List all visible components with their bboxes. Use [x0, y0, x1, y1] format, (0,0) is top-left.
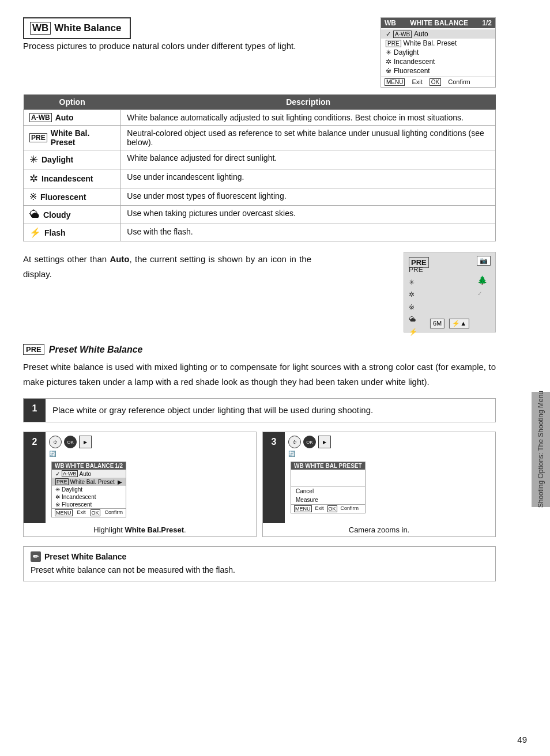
- menu-item-incandescent: ✲ Incandescent: [381, 57, 495, 66]
- s2-menu-key: MENU: [55, 509, 73, 516]
- table-row: A-WB Auto White balance automatically ad…: [24, 110, 496, 126]
- wb-title: White Balance: [54, 22, 121, 34]
- s3-ok-key: OK: [327, 505, 337, 512]
- step-2-menu-header: WB WHITE BALANCE 1/2: [52, 462, 126, 470]
- menu-header-label: WHITE BALANCE: [410, 19, 468, 27]
- table-row: 🌥 Cloudy Use when taking pictures under …: [24, 206, 496, 224]
- step-2-bold: White Bal.Preset: [125, 526, 184, 534]
- menu-item-fluorescent: ※ Fluorescent: [381, 66, 495, 75]
- camera-display-mockup: PRE 📷 PRE ✳ ✲ ※ 🌥 ⚡ 🌲 ✓ 6M ⚡▲: [404, 252, 496, 332]
- play-btn: ▶: [79, 436, 92, 448]
- option-cell-auto: A-WB Auto: [24, 110, 121, 126]
- cloudy-table-icon: 🌥: [29, 209, 40, 221]
- s2-incandescent-label: Incandescent: [62, 494, 96, 500]
- daylight-table-icon: ✳: [29, 153, 38, 166]
- s3-wb-icon: WB: [294, 463, 304, 469]
- preset-white-balance-section: PRE Preset White Balance Preset white ba…: [23, 344, 496, 389]
- options-table: Option Description A-WB Auto White balan…: [23, 94, 496, 241]
- exit-label: Exit: [412, 78, 422, 86]
- s3-menu-key: MENU: [294, 505, 312, 512]
- s3-self-timer-icon: ⏱: [288, 436, 301, 448]
- flash-label: Flash: [44, 228, 66, 237]
- s3-ok-btn: OK: [303, 436, 316, 448]
- fluorescent-label: Fluorescent: [40, 192, 86, 202]
- wb-intro: Process pictures to produce natural colo…: [23, 39, 296, 53]
- s2-wb-icon: WB: [55, 463, 65, 469]
- step-2-label: Highlight White Bal.Preset.: [24, 523, 256, 536]
- wb-header-section: WB White Balance Process pictures to pro…: [23, 17, 496, 88]
- confirm-label: Confirm: [448, 78, 470, 86]
- step-2-inner: 2 ⏱ OK ▶ 🔄 WB WHITE BALANCE 1/2: [24, 432, 256, 523]
- description-cell-preset: Neutral-colored object used as reference…: [121, 126, 496, 150]
- fluorescent-icon: ※: [386, 67, 391, 75]
- description-cell-daylight: White balance adjusted for direct sunlig…: [121, 150, 496, 169]
- s3-exit-label: Exit: [315, 505, 324, 512]
- ok-btn: OK: [64, 436, 77, 448]
- mid-text: At settings other than Auto, the current…: [23, 252, 311, 281]
- col-description-header: Description: [121, 94, 496, 110]
- mid-text-bold: Auto: [110, 254, 129, 264]
- s2-menu-footer: MENU Exit OK Confirm: [52, 508, 126, 517]
- s2-menu-auto: ✓ A-WB Auto: [52, 470, 126, 478]
- s2-menu-title: WHITE BALANCE: [65, 463, 114, 469]
- s2-auto-label: Auto: [80, 471, 92, 477]
- s2-arrow: ▶: [118, 479, 122, 485]
- camera-menu-header: WB WHITE BALANCE 1/2: [381, 18, 495, 28]
- step-3-number: 3: [263, 432, 285, 523]
- step-3-cam-controls: ⏱ OK ▶: [288, 436, 368, 448]
- display-right-icons: 🌲 ✓: [477, 273, 487, 299]
- note-pencil-icon: ✏: [31, 551, 41, 562]
- step-2-scroll-icon: 🔄: [49, 451, 129, 457]
- awb-icon: A-WB: [393, 31, 412, 38]
- s2-menu-preset: PRE White Bal. Preset ▶: [52, 478, 126, 486]
- note-title-row: ✏ Preset White Balance: [31, 551, 488, 562]
- menu-item-daylight: ✳ Daylight: [381, 48, 495, 57]
- description-cell-auto: White balance automatically adjusted to …: [121, 110, 496, 126]
- step-2-cam-menu: WB WHITE BALANCE 1/2 ✓ A-WB Auto PRE Whi…: [51, 462, 126, 517]
- menu-fluorescent-label: Fluorescent: [394, 67, 430, 75]
- display-bottom-row: 6M ⚡▲: [430, 319, 469, 328]
- check-mark: ✓: [386, 31, 391, 38]
- s3-cancel-option: Cancel: [291, 487, 365, 496]
- note-box: ✏ Preset White Balance Preset white bala…: [23, 546, 496, 581]
- note-title-text: Preset White Balance: [44, 552, 126, 561]
- step-2-box: 2 ⏱ OK ▶ 🔄 WB WHITE BALANCE 1/2: [23, 432, 257, 537]
- s3-menu-header: WB WHITE BAL PRESET: [291, 462, 365, 470]
- step-1-text: Place white or gray reference object und…: [46, 399, 380, 422]
- col-option-header: Option: [24, 94, 121, 110]
- table-row: ✲ Incandescent Use under incandescent li…: [24, 169, 496, 188]
- cloudy-label: Cloudy: [43, 210, 70, 220]
- menu-header-page: 1/2: [482, 19, 492, 27]
- option-cell-daylight: ✳ Daylight: [24, 150, 121, 169]
- menu-preset-label: White Bal. Preset: [404, 39, 457, 47]
- incandescent-table-icon: ✲: [29, 172, 38, 185]
- menu-incandescent-label: Incandescent: [394, 58, 435, 66]
- wb-title-box: WB White Balance: [23, 17, 131, 39]
- step-2-label-text: Highlight: [93, 526, 125, 534]
- mid-section: At settings other than Auto, the current…: [23, 252, 496, 332]
- step-3-wb-preset-menu: WB WHITE BAL PRESET Cancel Measure MENU …: [291, 462, 366, 513]
- sidebar-tab: Shooting Options: The Shooting Menu: [532, 392, 550, 507]
- description-cell-incandescent: Use under incandescent lighting.: [121, 169, 496, 188]
- pre-table-icon: PRE: [29, 133, 47, 142]
- incandescent-label: Incandescent: [42, 174, 93, 183]
- option-cell-cloudy: 🌥 Cloudy: [24, 206, 121, 224]
- s2-pre-icon: PRE: [55, 478, 69, 485]
- s2-incandescent-icon: ✲: [55, 494, 60, 500]
- table-row: ⚡ Flash Use with the flash.: [24, 224, 496, 241]
- s2-ok-key: OK: [91, 509, 100, 516]
- camera-menu-footer: MENU Exit OK Confirm: [381, 77, 495, 87]
- description-cell-fluorescent: Use under most types of fluorescent ligh…: [121, 188, 496, 206]
- s2-menu-daylight: ✳ Daylight: [52, 486, 126, 493]
- s2-daylight-icon: ✳: [55, 486, 60, 493]
- incandescent-icon: ✲: [386, 58, 391, 66]
- fluorescent-table-icon: ※: [29, 191, 37, 202]
- steps-2-3-row: 2 ⏱ OK ▶ 🔄 WB WHITE BALANCE 1/2: [23, 432, 496, 537]
- s2-check: ✓: [55, 471, 60, 477]
- step-3-inner: 3 ⏱ OK ▶ 🔄 WB WHITE BAL PRESET: [263, 432, 495, 523]
- step-1-number: 1: [24, 399, 46, 422]
- menu-item-auto: ✓ A-WB Auto: [381, 29, 495, 39]
- s2-menu-incandescent: ✲ Incandescent: [52, 493, 126, 501]
- step-3-box: 3 ⏱ OK ▶ 🔄 WB WHITE BAL PRESET: [262, 432, 496, 537]
- mid-text-content1: At settings other than: [23, 254, 110, 264]
